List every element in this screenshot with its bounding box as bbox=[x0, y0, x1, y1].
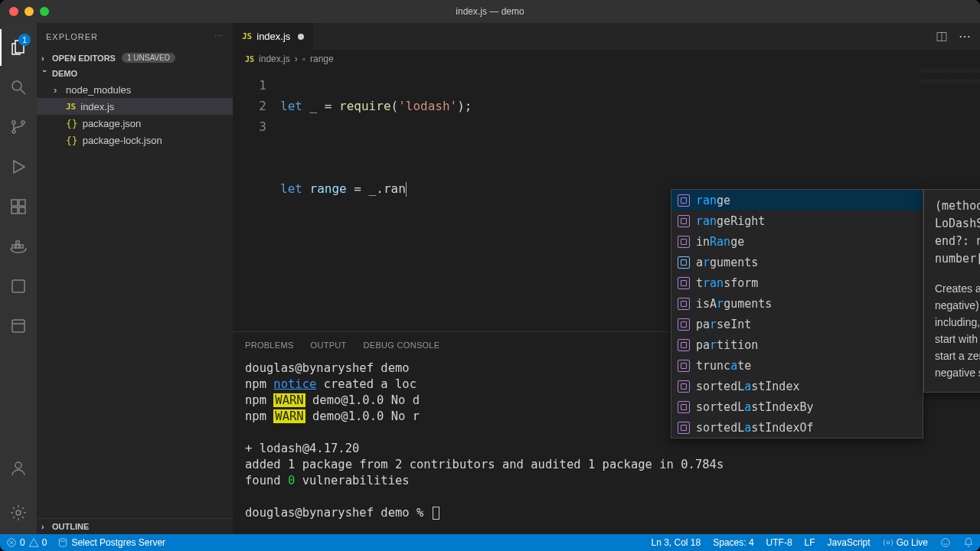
suggest-item[interactable]: parseInt bbox=[671, 314, 923, 334]
method-icon bbox=[678, 422, 690, 434]
status-spaces[interactable]: Spaces: 4 bbox=[713, 537, 753, 548]
chevron-right-icon: › bbox=[41, 522, 49, 531]
suggest-item[interactable]: partition bbox=[671, 334, 923, 355]
suggest-item[interactable]: range bbox=[671, 190, 923, 210]
suggest-item[interactable]: arguments bbox=[671, 252, 923, 272]
method-icon bbox=[678, 215, 690, 227]
tree-item-index-js[interactable]: JS index.js bbox=[37, 98, 233, 115]
method-icon bbox=[678, 401, 690, 413]
suggest-item[interactable]: isArguments bbox=[671, 293, 923, 314]
extensions-tab[interactable] bbox=[0, 188, 37, 225]
suggest-item[interactable]: transform bbox=[671, 272, 923, 293]
text-cursor bbox=[406, 182, 407, 197]
zoom-window-button[interactable] bbox=[40, 7, 49, 16]
doc-signature: (method) LoDashStatic.range(start: numbe… bbox=[924, 190, 980, 276]
tab-more-icon[interactable]: ⋯ bbox=[959, 29, 971, 44]
suggest-label: arguments bbox=[696, 256, 758, 269]
status-postgres[interactable]: Select Postgres Server bbox=[57, 537, 165, 548]
tree-item-node-modules[interactable]: › node_modules bbox=[37, 81, 233, 98]
broadcast-icon bbox=[883, 537, 893, 548]
suggest-item[interactable]: truncate bbox=[671, 355, 923, 376]
sidebar-more-icon[interactable]: ⋯ bbox=[214, 31, 224, 41]
status-ln-col[interactable]: Ln 3, Col 18 bbox=[652, 537, 701, 548]
panel-tab-output[interactable]: OUTPUT bbox=[311, 337, 347, 353]
open-editors-label: OPEN EDITORS bbox=[52, 54, 116, 63]
sidebar-title: EXPLORER bbox=[46, 32, 98, 41]
status-language[interactable]: JavaScript bbox=[828, 537, 871, 548]
method-icon bbox=[678, 298, 690, 310]
svg-rect-12 bbox=[12, 280, 24, 292]
suggest-item[interactable]: rangeRight bbox=[671, 210, 923, 231]
minimap[interactable] bbox=[919, 68, 980, 114]
svg-point-1 bbox=[12, 121, 15, 124]
status-encoding[interactable]: UTF-8 bbox=[766, 537, 792, 548]
variable-icon bbox=[678, 256, 690, 269]
tree-item-label: index.js bbox=[80, 101, 114, 112]
method-icon bbox=[678, 318, 690, 331]
suggest-item[interactable]: sortedLastIndexOf bbox=[671, 417, 923, 438]
editor-group: JS index.js ⋯ JS index.js › ▫ range bbox=[233, 23, 980, 534]
settings-tab[interactable] bbox=[0, 494, 37, 531]
svg-rect-10 bbox=[20, 245, 23, 248]
window-title: index.js — demo bbox=[0, 6, 980, 17]
chevron-down-icon: › bbox=[41, 70, 50, 77]
js-file-icon: JS bbox=[245, 55, 254, 64]
status-feedback[interactable] bbox=[940, 537, 951, 548]
status-eol[interactable]: LF bbox=[805, 537, 815, 548]
panel-tab-debug[interactable]: DEBUG CONSOLE bbox=[364, 337, 440, 353]
unsaved-badge: 1 UNSAVED bbox=[122, 53, 175, 63]
method-icon bbox=[678, 277, 690, 289]
svg-rect-9 bbox=[16, 245, 19, 248]
js-file-icon: JS bbox=[242, 31, 252, 41]
editor-tabs: JS index.js ⋯ bbox=[233, 23, 980, 50]
status-go-live[interactable]: Go Live bbox=[883, 537, 928, 548]
svg-rect-8 bbox=[12, 245, 15, 248]
account-tab[interactable] bbox=[0, 450, 37, 487]
project-tab[interactable] bbox=[0, 308, 37, 344]
split-editor-icon[interactable] bbox=[936, 31, 948, 43]
method-icon bbox=[678, 380, 690, 393]
status-bell[interactable] bbox=[963, 537, 974, 548]
bookmark-tab[interactable] bbox=[0, 268, 37, 305]
explorer-tab[interactable]: 1 bbox=[0, 29, 37, 66]
search-tab[interactable] bbox=[0, 69, 37, 106]
suggest-item[interactable]: sortedLastIndex bbox=[671, 376, 923, 396]
docker-tab[interactable] bbox=[0, 228, 37, 265]
tree-item-package-json[interactable]: {} package.json bbox=[37, 115, 233, 132]
minimize-window-button[interactable] bbox=[24, 7, 34, 16]
autocomplete-popup[interactable]: rangerangeRightinRangeargumentstransform… bbox=[671, 189, 923, 439]
folder-name: DEMO bbox=[52, 69, 77, 78]
breadcrumb[interactable]: JS index.js › ▫ range bbox=[233, 50, 980, 68]
svg-rect-11 bbox=[16, 241, 19, 244]
debug-tab[interactable] bbox=[0, 148, 37, 185]
tab-index-js[interactable]: JS index.js bbox=[233, 23, 313, 50]
bell-icon bbox=[963, 537, 974, 548]
window: index.js — demo 1 bbox=[0, 0, 980, 551]
breadcrumb-file: index.js bbox=[259, 54, 290, 64]
suggest-item[interactable]: inRange bbox=[671, 231, 923, 252]
branch-icon bbox=[9, 118, 28, 136]
window-controls bbox=[0, 7, 49, 16]
open-editors-section[interactable]: › OPEN EDITORS 1 UNSAVED bbox=[37, 50, 233, 66]
json-file-icon: {} bbox=[66, 118, 78, 129]
source-control-tab[interactable] bbox=[0, 109, 37, 145]
folder-section[interactable]: › DEMO bbox=[37, 66, 233, 81]
doc-description: Creates an array of numbers (positive an… bbox=[924, 276, 980, 381]
svg-point-0 bbox=[12, 81, 21, 90]
search-icon bbox=[9, 78, 28, 96]
suggest-item[interactable]: sortedLastIndexBy bbox=[671, 396, 923, 417]
symbol-icon: ▫ bbox=[302, 54, 305, 64]
status-errors[interactable]: 0 0 bbox=[6, 537, 47, 548]
feedback-icon bbox=[940, 537, 951, 548]
outline-section[interactable]: › OUTLINE bbox=[37, 518, 233, 534]
suggest-label: inRange bbox=[696, 235, 744, 249]
svg-point-3 bbox=[21, 121, 24, 124]
panel-tab-problems[interactable]: PROBLEMS bbox=[245, 337, 294, 353]
tree-item-label: package-lock.json bbox=[83, 135, 162, 146]
tree-item-label: node_modules bbox=[66, 84, 131, 96]
close-window-button[interactable] bbox=[9, 7, 18, 16]
extensions-icon bbox=[9, 197, 28, 216]
svg-rect-5 bbox=[19, 200, 25, 206]
tree-item-package-lock[interactable]: {} package-lock.json bbox=[37, 132, 233, 148]
explorer-badge: 1 bbox=[18, 34, 31, 46]
